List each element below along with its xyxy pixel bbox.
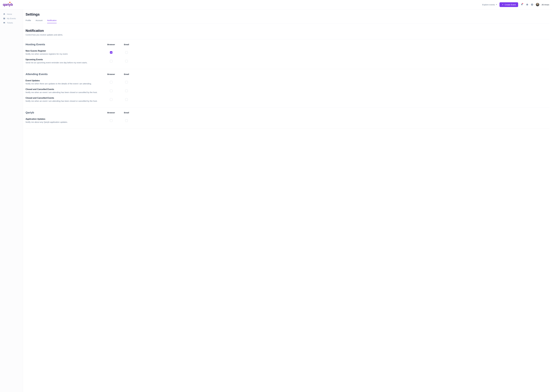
row-title: Upcoming Events [26,58,103,61]
row-text: New Guests RegisterNotify me when someon… [26,50,103,55]
email-checkbox-cell [119,51,134,54]
tab-account[interactable]: Account [36,19,43,23]
help-icon [531,3,533,6]
browser-checkbox-cell [103,51,119,54]
ticket-icon [3,21,5,24]
email-checkbox[interactable] [125,81,128,84]
notification-dot-icon [522,3,523,4]
row-text: Application UpdatesNotify me about any Q… [26,118,103,123]
help-button[interactable] [531,3,533,6]
row-description: Notify me when an event I am attending h… [26,91,103,93]
svg-rect-2 [3,18,5,18]
browser-checkbox-cell [103,60,119,63]
group-title: Hosting Events [26,43,103,46]
arrow-up-right-icon [496,4,497,5]
row-title: Application Updates [26,118,103,120]
sidebar: Home My Events Tickets [0,9,23,392]
email-checkbox-cell [119,81,134,84]
column-header-browser: Browser [103,73,119,75]
plus-icon [502,4,504,6]
sidebar-item-tickets[interactable]: Tickets [1,21,23,25]
email-checkbox[interactable] [125,90,128,92]
group-header: QariybBrowserEmail [26,111,549,114]
browser-checkbox-cell [103,98,119,101]
browser-checkbox[interactable] [110,98,112,101]
column-header-browser: Browser [103,112,119,114]
email-checkbox[interactable] [125,60,128,63]
row-description: Send me an upcoming event reminder one d… [26,62,103,64]
row-text: Closed and Cancelled EventsNotify me whe… [26,97,103,102]
group-header: Attending EventsBrowserEmail [26,73,549,76]
svg-rect-4 [5,17,5,18]
avatar[interactable] [536,3,539,6]
email-checkbox[interactable] [125,119,128,122]
svg-rect-3 [4,17,4,18]
settings-group: QariybBrowserEmailApplication UpdatesNot… [26,107,549,128]
row-description: Notify me about any Qariyb application u… [26,121,103,123]
email-checkbox-cell [119,98,134,101]
settings-button[interactable] [526,3,528,6]
email-checkbox[interactable] [125,98,128,101]
browser-checkbox[interactable] [110,51,112,54]
column-header-email: Email [119,43,134,46]
section-subtitle: Control how you receive updates and aler… [26,34,549,36]
settings-row: Event UpdatesNotify me when there are up… [26,78,549,87]
group-header: Hosting EventsBrowserEmail [26,43,549,46]
home-icon [3,13,5,15]
settings-row: Upcoming EventsSend me an upcoming event… [26,57,549,66]
email-checkbox-cell [119,119,134,122]
row-text: Event UpdatesNotify me when there are up… [26,79,103,85]
browser-checkbox[interactable] [110,119,112,122]
row-description: Notify me when someone registers for my … [26,53,103,55]
section-title: Notification [26,29,549,33]
email-checkbox-cell [119,60,134,63]
tab-profile[interactable]: Profile [26,19,31,23]
row-description: Notify me when an event I am attending h… [26,100,103,102]
settings-row: Application UpdatesNotify me about any Q… [26,117,549,126]
row-title: New Guests Register [26,50,103,52]
main-content: Settings Profile Account Notification No… [23,9,552,392]
browser-checkbox-cell [103,119,119,122]
column-header-email: Email [119,112,134,114]
create-event-button[interactable]: Create Event [500,2,518,7]
row-text: Closed and Cancelled EventsNotify me whe… [26,88,103,93]
row-description: Notify me when there are updates to the … [26,83,103,85]
browser-checkbox[interactable] [110,81,112,84]
page-title: Settings [26,12,549,16]
row-text: Upcoming EventsSend me an upcoming event… [26,58,103,64]
user-name: Ali Imran [542,4,549,6]
calendar-icon [3,17,5,20]
settings-tabs: Profile Account Notification [26,19,549,23]
settings-group: Attending EventsBrowserEmailEvent Update… [26,69,549,107]
email-checkbox-cell [119,90,134,92]
create-event-label: Create Event [505,4,516,6]
browser-checkbox-cell [103,90,119,92]
app-header: qariyb Explore events Create Event Ali I… [0,0,552,9]
sidebar-item-label: Tickets [7,22,13,24]
sidebar-item-label: My Events [7,17,16,20]
sidebar-item-my-events[interactable]: My Events [1,16,23,21]
sidebar-item-home[interactable]: Home [1,12,23,16]
explore-events-label: Explore events [482,4,495,6]
notifications-button[interactable] [520,3,523,6]
group-title: Qariyb [26,111,103,114]
pin-icon [9,1,11,3]
sidebar-item-label: Home [7,13,12,15]
logo[interactable]: qariyb [3,2,13,7]
browser-checkbox[interactable] [110,60,112,63]
settings-row: New Guests RegisterNotify me when someon… [26,49,549,57]
browser-checkbox[interactable] [110,90,112,92]
browser-checkbox-cell [103,81,119,84]
row-title: Closed and Cancelled Events [26,97,103,99]
settings-row: Closed and Cancelled EventsNotify me whe… [26,87,549,96]
settings-row: Closed and Cancelled EventsNotify me whe… [26,96,549,105]
explore-events-link[interactable]: Explore events [482,4,497,6]
settings-group: Hosting EventsBrowserEmailNew Guests Reg… [26,39,549,69]
tab-notification[interactable]: Notification [47,19,57,23]
row-title: Event Updates [26,79,103,82]
email-checkbox[interactable] [125,51,128,54]
row-title: Closed and Cancelled Events [26,88,103,91]
header-right: Explore events Create Event Ali Imran [482,2,549,7]
group-title: Attending Events [26,73,103,76]
column-header-email: Email [119,73,134,75]
